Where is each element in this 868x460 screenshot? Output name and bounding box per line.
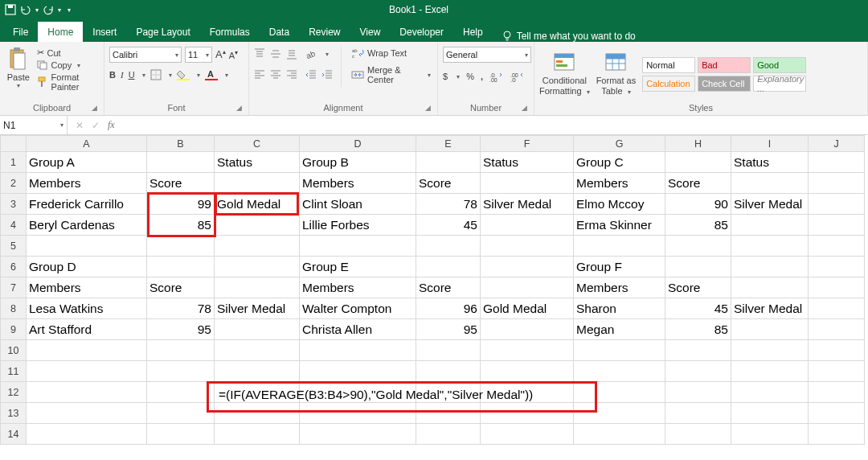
tab-data[interactable]: Data [260,22,299,42]
cell-C13[interactable] [215,403,300,424]
wrap-text-button[interactable]: abcWrap Text [350,47,432,60]
font-color-icon[interactable]: A [205,69,218,80]
cell-I14[interactable] [731,424,809,445]
cell-G5[interactable] [574,236,665,257]
increase-font-icon[interactable]: A▴ [215,48,226,60]
cell-B10[interactable] [147,340,215,361]
row-header-13[interactable]: 13 [1,403,27,424]
row-header-5[interactable]: 5 [1,236,27,257]
cell-G2[interactable]: Members [574,173,665,194]
cell-D1[interactable]: Group B [300,152,416,173]
col-header-E[interactable]: E [416,136,481,152]
tab-insert[interactable]: Insert [83,22,126,42]
cell-E10[interactable] [416,340,481,361]
cell-C5[interactable] [215,236,300,257]
row-header-11[interactable]: 11 [1,361,27,382]
cell-J4[interactable] [809,215,865,236]
cell-F14[interactable] [481,424,574,445]
col-header-F[interactable]: F [481,136,574,152]
fill-color-icon[interactable] [177,69,190,80]
copy-button[interactable]: Copy▾ [35,60,99,71]
row-header-8[interactable]: 8 [1,298,27,319]
col-header-G[interactable]: G [574,136,665,152]
cell-I6[interactable] [731,257,809,277]
cell-J6[interactable] [809,257,865,277]
cell-A5[interactable] [27,236,147,257]
cell-A3[interactable]: Frederick Carrillo [27,194,147,215]
increase-indent-icon[interactable] [321,69,333,80]
cell-D9[interactable]: Christa Allen [300,319,416,340]
cell-C1[interactable]: Status [215,152,300,173]
cell-J10[interactable] [809,340,865,361]
cell-D13[interactable] [300,403,416,424]
redo-dropdown-icon[interactable]: ▾ [58,6,61,14]
cell-A2[interactable]: Members [27,173,147,194]
cell-C3[interactable]: Gold Medal [215,194,300,215]
cell-H10[interactable] [665,340,731,361]
cell-I8[interactable]: Silver Medal [731,298,809,319]
tab-help[interactable]: Help [453,22,493,42]
cell-D3[interactable]: Clint Sloan [300,194,416,215]
cell-H14[interactable] [665,424,731,445]
align-center-icon[interactable] [270,69,281,80]
row-header-14[interactable]: 14 [1,424,27,445]
cell-A14[interactable] [27,424,147,445]
cell-J5[interactable] [809,236,865,257]
cell-E6[interactable] [416,257,481,277]
undo-dropdown-icon[interactable]: ▾ [35,6,39,14]
cell-F3[interactable]: Silver Medal [481,194,574,215]
row-header-12[interactable]: 12 [1,382,27,403]
cell-G11[interactable] [574,361,665,382]
clipboard-dialog-launcher[interactable]: ◢ [89,103,99,113]
italic-button[interactable]: I [121,70,124,80]
cell-J8[interactable] [809,298,865,319]
col-header-B[interactable]: B [147,136,215,152]
cell-B1[interactable] [147,152,215,173]
cell-G13[interactable] [574,403,665,424]
cell-J3[interactable] [809,194,865,215]
font-dialog-launcher[interactable]: ◢ [234,103,244,113]
cell-F7[interactable] [481,277,574,298]
cell-I4[interactable] [731,215,809,236]
cell-J7[interactable] [809,277,865,298]
align-top-icon[interactable] [254,48,265,60]
cell-C11[interactable] [215,361,300,382]
col-header-I[interactable]: I [731,136,809,152]
cell-J12[interactable] [809,382,865,403]
cell-E5[interactable] [416,236,481,257]
cell-H3[interactable]: 90 [665,194,731,215]
cell-A10[interactable] [27,340,147,361]
orientation-icon[interactable]: ab [305,48,318,60]
cell-G7[interactable]: Members [574,277,665,298]
increase-decimal-icon[interactable]: .0.00 [489,71,504,82]
bold-button[interactable]: B [109,70,116,80]
cell-H1[interactable] [665,152,731,173]
cell-D14[interactable] [300,424,416,445]
cell-F2[interactable] [481,173,574,194]
cell-E4[interactable]: 45 [416,215,481,236]
cell-H9[interactable]: 85 [665,319,731,340]
col-header-C[interactable]: C [215,136,300,152]
cell-B9[interactable]: 95 [147,319,215,340]
borders-icon[interactable] [150,69,162,80]
font-size-combo[interactable]: 11▾ [185,47,212,63]
enter-formula-icon[interactable]: ✓ [92,120,100,131]
cell-D5[interactable] [300,236,416,257]
cell-D8[interactable]: Walter Compton [300,298,416,319]
cell-F6[interactable] [481,257,574,277]
cell-B12[interactable] [147,382,215,403]
name-box[interactable]: N1▾ [0,116,68,134]
cell-C8[interactable]: Silver Medal [215,298,300,319]
cell-A4[interactable]: Beryl Cardenas [27,215,147,236]
cell-C6[interactable] [215,257,300,277]
cell-I7[interactable] [731,277,809,298]
cell-E2[interactable]: Score [416,173,481,194]
cell-H4[interactable]: 85 [665,215,731,236]
paste-button[interactable]: Paste ▾ [5,43,32,89]
cell-A6[interactable]: Group D [27,257,147,277]
row-header-4[interactable]: 4 [1,215,27,236]
align-bottom-icon[interactable] [286,48,297,60]
cell-A11[interactable] [27,361,147,382]
cell-style-good[interactable]: Good [753,57,806,73]
cell-H7[interactable]: Score [665,277,731,298]
